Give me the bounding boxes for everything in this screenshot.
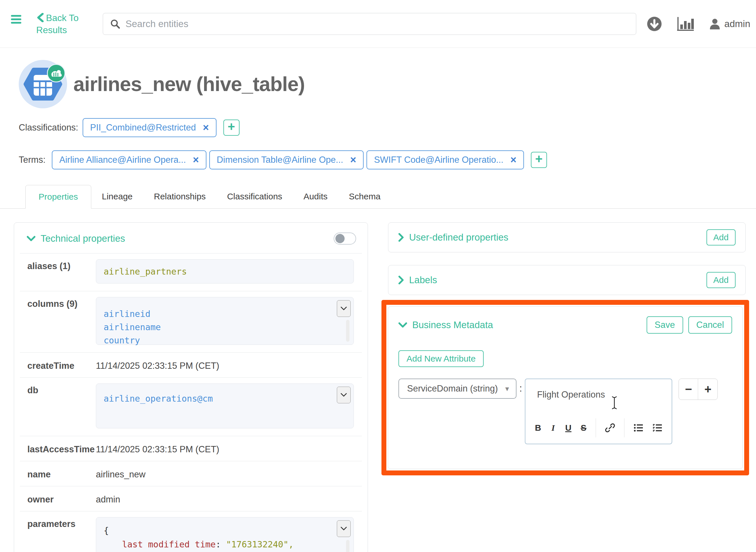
- tab-audits[interactable]: Audits: [293, 185, 338, 208]
- db-value-box: airline_operations@cm: [96, 384, 354, 428]
- show-empty-values-toggle[interactable]: [334, 233, 356, 245]
- user-menu[interactable]: admin: [709, 18, 750, 30]
- chevron-right-icon[interactable]: [398, 233, 404, 242]
- top-bar: Back To Results admin: [0, 0, 756, 48]
- tab-relationships[interactable]: Relationships: [143, 185, 216, 208]
- classification-pill-label: PII_Combined@Restricted: [90, 122, 196, 133]
- chevron-down-icon: [27, 236, 35, 242]
- aliases-value-box: airline_partners: [96, 259, 354, 283]
- json-open-brace: {: [104, 524, 346, 538]
- classifications-label: Classifications:: [19, 122, 82, 133]
- tab-lineage[interactable]: Lineage: [91, 185, 143, 208]
- back-to-results-link[interactable]: Back To Results: [36, 12, 87, 36]
- prop-label: name: [27, 467, 96, 480]
- business-metadata-header: Business Metadata Save Cancel: [398, 316, 732, 333]
- download-icon[interactable]: [646, 16, 662, 32]
- strikethrough-icon[interactable]: S: [581, 423, 586, 432]
- prop-label: parameters: [27, 517, 96, 552]
- prop-value: admin: [96, 493, 120, 505]
- technical-properties-title: Technical properties: [41, 233, 125, 244]
- expand-db-button[interactable]: [337, 387, 351, 403]
- term-pill-label: Dimension Table@Airline Ope...: [217, 155, 343, 165]
- expand-columns-button[interactable]: [337, 300, 351, 317]
- attribute-separator: :: [519, 383, 522, 394]
- entity-search-box[interactable]: [103, 13, 636, 35]
- tab-properties[interactable]: Properties: [25, 185, 91, 209]
- prop-label: aliases (1): [27, 259, 96, 283]
- numbered-list-icon[interactable]: [652, 423, 663, 432]
- chevron-down-icon[interactable]: [398, 322, 407, 328]
- column-link[interactable]: country: [104, 335, 346, 346]
- prop-value: 11/14/2025 02:33:15 PM (CET): [96, 442, 219, 455]
- statistics-chart-icon[interactable]: [677, 16, 694, 31]
- expand-parameters-button[interactable]: [337, 520, 351, 537]
- prop-row-parameters: parameters { last modified time: "176313…: [14, 511, 368, 552]
- technical-properties-header[interactable]: Technical properties: [14, 223, 368, 253]
- add-user-defined-property-button[interactable]: Add: [707, 229, 736, 246]
- columns-scrollbar[interactable]: [346, 320, 350, 342]
- classification-pill[interactable]: PII_Combined@Restricted ×: [82, 118, 216, 137]
- page-title: airlines_new (hive_table): [73, 73, 305, 96]
- save-button[interactable]: Save: [646, 316, 683, 333]
- user-defined-properties-title[interactable]: User-defined properties: [409, 232, 509, 243]
- term-pill[interactable]: Airline Alliance@Airline Opera... ×: [52, 150, 206, 169]
- add-attribute-value-button[interactable]: +: [698, 379, 717, 400]
- remove-term-icon[interactable]: ×: [511, 155, 517, 165]
- add-classification-button[interactable]: +: [223, 120, 239, 136]
- italic-icon[interactable]: I: [550, 423, 556, 432]
- link-icon[interactable]: [605, 423, 615, 433]
- editor-toolbar: B I U S: [525, 418, 672, 437]
- column-link[interactable]: airlinename: [104, 322, 346, 332]
- remove-attribute-button[interactable]: −: [679, 379, 698, 400]
- search-input[interactable]: [126, 18, 636, 29]
- tab-classifications[interactable]: Classifications: [216, 185, 293, 208]
- prop-row-columns: columns (9) airlineid airlinename countr…: [14, 291, 368, 352]
- add-label-button[interactable]: Add: [707, 272, 736, 288]
- right-column: User-defined properties Add Labels Add B…: [388, 223, 746, 475]
- text-cursor-pointer: [612, 396, 617, 410]
- prop-row-createTime: createTime 11/14/2025 02:33:15 PM (CET): [14, 353, 368, 377]
- prop-label: columns (9): [27, 297, 96, 345]
- chevron-left-icon: [36, 13, 44, 22]
- remove-classification-icon[interactable]: ×: [203, 122, 209, 133]
- hive-badge-icon: [47, 64, 65, 83]
- prop-value: airlines_new: [96, 467, 145, 480]
- prop-label: lastAccessTime: [27, 442, 96, 455]
- term-pill[interactable]: SWIFT Code@Airline Operatio... ×: [367, 150, 524, 169]
- remove-term-icon[interactable]: ×: [350, 155, 356, 165]
- prop-label: createTime: [27, 359, 96, 371]
- db-link[interactable]: airline_operations@cm: [104, 394, 213, 404]
- remove-term-icon[interactable]: ×: [193, 155, 199, 165]
- prop-value: 11/14/2025 02:33:15 PM (CET): [96, 359, 219, 371]
- user-icon: [709, 18, 721, 30]
- business-metadata-title[interactable]: Business Metadata: [412, 319, 493, 330]
- chevron-right-icon[interactable]: [398, 276, 404, 284]
- hive-table-entity-icon: [19, 60, 67, 108]
- labels-title[interactable]: Labels: [409, 275, 437, 285]
- entity-header: airlines_new (hive_table): [19, 60, 756, 108]
- add-new-attribute-button[interactable]: Add New Attribute: [398, 350, 484, 367]
- attribute-selected-option: ServiceDomain (string): [407, 384, 498, 394]
- prop-row-name: name airlines_new: [14, 461, 368, 486]
- alias-value: airline_partners: [104, 267, 187, 277]
- bullet-list-icon[interactable]: [634, 423, 643, 432]
- attribute-value-editor[interactable]: Flight Operations B I U S: [525, 379, 672, 444]
- dropdown-caret-icon: ▾: [505, 384, 509, 393]
- attribute-name-select[interactable]: ServiceDomain (string) ▾: [398, 379, 517, 399]
- cancel-button[interactable]: Cancel: [688, 316, 732, 333]
- hamburger-menu-icon[interactable]: [11, 15, 24, 25]
- prop-row-aliases: aliases (1) airline_partners: [14, 254, 368, 291]
- term-pill[interactable]: Dimension Table@Airline Ope... ×: [209, 150, 364, 169]
- username: admin: [724, 18, 750, 29]
- column-link[interactable]: airlineid: [104, 309, 346, 319]
- term-pill-label: SWIFT Code@Airline Operatio...: [374, 155, 504, 165]
- bold-icon[interactable]: B: [535, 423, 541, 432]
- prop-label: owner: [27, 493, 96, 505]
- technical-properties-card: Technical properties aliases (1) airline…: [14, 223, 368, 552]
- add-term-button[interactable]: +: [531, 152, 547, 168]
- prop-row-lastAccessTime: lastAccessTime 11/14/2025 02:33:15 PM (C…: [14, 436, 368, 461]
- parameters-scrollbar[interactable]: [346, 540, 350, 552]
- json-line: last modified time: "1763132240",: [104, 538, 346, 551]
- tab-schema[interactable]: Schema: [338, 185, 391, 208]
- underline-icon[interactable]: U: [565, 423, 571, 432]
